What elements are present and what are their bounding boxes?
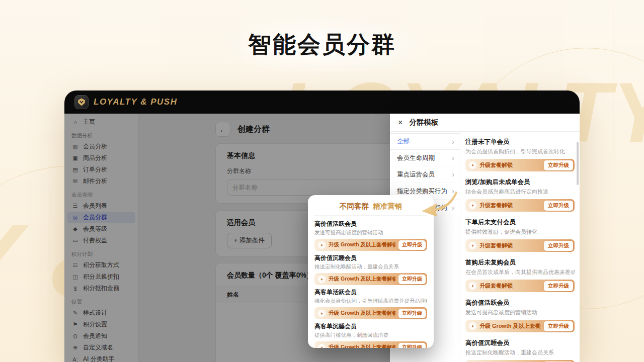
template-item: 注册未下单会员 为会员提供首购折扣，引导完成首次转化 ♦ 升级套餐解锁 立即升级 — [465, 138, 575, 171]
template-description: 发送可提高忠诚度的营销活动 — [465, 309, 575, 316]
template-list: 注册未下单会员 为会员提供首购折扣，引导完成首次转化 ♦ 升级套餐解锁 立即升级… — [460, 132, 580, 362]
template-title: 浏览/加购后未成单会员 — [465, 178, 575, 187]
close-icon[interactable]: × — [398, 119, 403, 127]
popup-title-primary: 不同客群 — [340, 202, 369, 210]
gem-icon: ♦ — [318, 310, 326, 317]
upgrade-badge: ♦ 升级套餐解锁 立即升级 — [465, 280, 575, 292]
template-item: 高价值活跃会员 发送可提高忠诚度的营销活动 ♦ 升级 Growth 及以上套餐解… — [465, 299, 575, 332]
popup-item-title: 高价值沉睡会员 — [314, 254, 427, 262]
category-label: 全部 — [397, 137, 410, 146]
gem-icon: ♦ — [469, 242, 476, 249]
template-description: 为会员提供首购折扣，引导完成首次转化 — [465, 148, 575, 155]
category-label: 重点运营会员 — [397, 170, 435, 179]
template-category-item[interactable]: 会员生命周期 › — [390, 150, 460, 166]
popup-title: 不同客群 精准营销 — [314, 200, 427, 216]
upgrade-badge: ♦ 升级套餐解锁 立即升级 — [465, 239, 575, 252]
decor-line — [613, 0, 613, 161]
template-description: 在会员首次成单后，向其提供商品优惠来推动再次成单 — [465, 268, 575, 276]
upgrade-badge-text: 升级 Growth 及以上套餐解锁 — [479, 322, 541, 330]
popup-item-list: 高价值活跃会员 发送可提高忠诚度的营销活动 ♦ 升级 Growth 及以上套餐解… — [314, 220, 427, 348]
popup-item-description: 发送可提高忠诚度的营销活动 — [314, 229, 427, 236]
gem-icon: ♦ — [469, 282, 476, 290]
gem-icon: ♦ — [318, 344, 326, 348]
template-item: 高价值沉睡会员 推送定制化唤醒活动，重建会员关系 ♦ 升级 Growth 及以上… — [465, 339, 575, 362]
app-header-bar: LOYALTY & PUSH — [64, 90, 580, 114]
popup-item-title: 高客单沉睡会员 — [314, 322, 427, 331]
upgrade-now-button[interactable]: 立即升级 — [398, 275, 426, 284]
upgrade-badge: ♦ 升级 Growth 及以上套餐解锁 立即升级 — [314, 239, 427, 251]
upgrade-badge: ♦ 升级 Growth 及以上套餐解锁 立即升级 — [465, 320, 575, 332]
upgrade-now-button[interactable]: 立即升级 — [544, 160, 573, 170]
marketing-popup: 不同客群 精准营销 高价值活跃会员 发送可提高忠诚度的营销活动 ♦ 升级 Gro… — [308, 195, 434, 348]
page-title: 智能会员分群 — [0, 29, 644, 60]
upgrade-badge: ♦ 升级 Growth 及以上套餐解锁 立即升级 — [465, 360, 575, 362]
popup-item-description: 推送定制化唤醒活动，重建会员关系 — [314, 263, 427, 270]
panel-header: × 分群模板 — [390, 114, 580, 132]
upgrade-badge-text: 升级套餐解锁 — [479, 161, 541, 169]
template-title: 首购后未复购会员 — [465, 258, 575, 267]
upgrade-badge: ♦ 升级套餐解锁 立即升级 — [465, 199, 575, 212]
template-description: 提供时效激励，促进会员转化 — [465, 228, 575, 236]
upgrade-now-button[interactable]: 立即升级 — [398, 309, 426, 318]
template-category-item[interactable]: 重点运营会员 › — [390, 166, 460, 183]
gem-icon: ♦ — [469, 202, 476, 209]
brand-name: LOYALTY & PUSH — [94, 97, 177, 107]
upgrade-badge-text: 升级 Growth 及以上套餐解锁 — [329, 241, 395, 248]
upgrade-now-button[interactable]: 立即升级 — [544, 281, 573, 291]
template-description: 结合会员感兴趣商品进行定向推送 — [465, 188, 575, 196]
popup-item: 高价值沉睡会员 推送定制化唤醒活动，重建会员关系 ♦ 升级 Growth 及以上… — [314, 254, 427, 285]
gold-arrow-icon — [420, 190, 458, 217]
upgrade-badge-text: 升级套餐解锁 — [479, 202, 541, 209]
template-title: 注册未下单会员 — [465, 138, 575, 146]
upgrade-now-button[interactable]: 立即升级 — [398, 343, 426, 348]
upgrade-badge: ♦ 升级 Growth 及以上套餐解锁 立即升级 — [314, 273, 427, 285]
template-item: 浏览/加购后未成单会员 结合会员感兴趣商品进行定向推送 ♦ 升级套餐解锁 立即升… — [465, 178, 575, 212]
popup-item-title: 高价值活跃会员 — [314, 220, 427, 228]
popup-item-description: 强化会员身份认同，引导持续高消费并提升品牌粘性 — [314, 298, 427, 305]
popup-item: 高客单活跃会员 强化会员身份认同，引导持续高消费并提升品牌粘性 ♦ 升级 Gro… — [314, 288, 427, 319]
template-item: 下单后未支付会员 提供时效激励，促进会员转化 ♦ 升级套餐解锁 立即升级 — [465, 218, 575, 252]
template-title: 高价值沉睡会员 — [465, 339, 575, 347]
gem-icon: ♦ — [469, 161, 476, 169]
upgrade-badge-text: 升级 Growth 及以上套餐解锁 — [329, 310, 395, 317]
popup-item-title: 高客单活跃会员 — [314, 288, 427, 297]
popup-item: 高价值活跃会员 发送可提高忠诚度的营销活动 ♦ 升级 Growth 及以上套餐解… — [314, 220, 427, 251]
upgrade-badge-text: 升级 Growth 及以上套餐解锁 — [329, 276, 395, 283]
panel-scrollbar[interactable] — [577, 142, 579, 185]
category-label: 会员生命周期 — [397, 154, 435, 162]
shield-icon — [77, 98, 86, 107]
gem-icon: ♦ — [318, 241, 326, 249]
brand-logo — [74, 95, 89, 109]
chevron-right-icon: › — [452, 170, 454, 178]
popup-title-secondary: 精准营销 — [373, 202, 402, 210]
upgrade-now-button[interactable]: 立即升级 — [398, 240, 426, 250]
upgrade-badge-text: 升级 Growth 及以上套餐解锁 — [329, 344, 395, 348]
upgrade-badge-text: 升级套餐解锁 — [479, 282, 541, 290]
template-title: 下单后未支付会员 — [465, 218, 575, 227]
gem-icon: ♦ — [318, 276, 326, 283]
chevron-right-icon: › — [452, 138, 454, 146]
upgrade-badge: ♦ 升级 Growth 及以上套餐解锁 立即升级 — [314, 341, 427, 348]
upgrade-badge: ♦ 升级套餐解锁 立即升级 — [465, 159, 575, 171]
template-description: 推送定制化唤醒活动，重建会员关系 — [465, 349, 575, 356]
template-title: 高价值活跃会员 — [465, 299, 575, 307]
template-category-item[interactable]: 全部 › — [390, 133, 460, 150]
upgrade-now-button[interactable]: 立即升级 — [544, 241, 573, 251]
panel-title: 分群模板 — [409, 118, 438, 127]
popup-item: 高客单沉睡会员 提供高门槛优惠，刺激回流消费 ♦ 升级 Growth 及以上套餐… — [314, 322, 427, 348]
chevron-right-icon: › — [452, 154, 454, 162]
upgrade-badge-text: 升级套餐解锁 — [479, 242, 541, 249]
popup-item-description: 提供高门槛优惠，刺激回流消费 — [314, 332, 427, 339]
upgrade-badge: ♦ 升级 Growth 及以上套餐解锁 立即升级 — [314, 307, 427, 319]
template-item: 首购后未复购会员 在会员首次成单后，向其提供商品优惠来推动再次成单 ♦ 升级套餐… — [465, 258, 575, 292]
gem-icon: ♦ — [469, 322, 476, 330]
upgrade-now-button[interactable]: 立即升级 — [544, 201, 573, 211]
upgrade-now-button[interactable]: 立即升级 — [544, 321, 573, 331]
